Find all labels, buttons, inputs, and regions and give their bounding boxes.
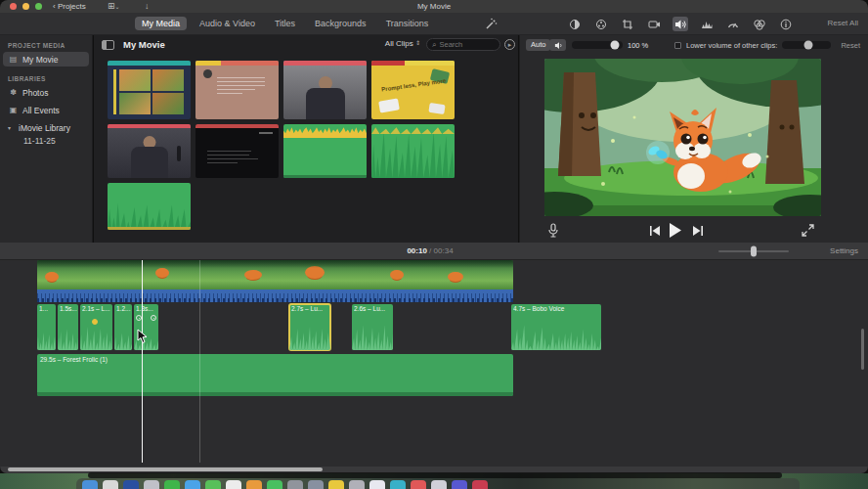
photos-icon: ✽	[9, 88, 18, 97]
search-input[interactable]	[439, 40, 495, 49]
toolbar-band: My Media Audio & Video Titles Background…	[0, 13, 868, 35]
dock-icon[interactable]	[390, 480, 406, 489]
download-icon[interactable]: ↓	[145, 1, 150, 12]
reset-all-button[interactable]: Reset All	[827, 19, 858, 27]
dock-icon[interactable]	[123, 480, 139, 489]
minimize-window-button[interactable]	[22, 3, 29, 10]
color-correction-icon[interactable]	[593, 17, 609, 31]
audio-clip[interactable]: 2.1s – L...	[80, 304, 112, 350]
media-thumbnail-promo-graphic[interactable]: Prompt less, Play more	[371, 61, 455, 119]
volume-slider[interactable]	[572, 41, 623, 49]
timeline-horizontal-scrollbar[interactable]	[8, 467, 323, 471]
dock-icon[interactable]	[144, 480, 159, 489]
dock-icon[interactable]	[349, 480, 365, 489]
stabilization-icon[interactable]	[646, 17, 662, 31]
sidebar-item-all-events[interactable]: ▣ All Events	[3, 103, 89, 117]
events-icon: ▣	[9, 106, 18, 114]
clip-filter-dropdown[interactable]: All Clips ⇕	[385, 39, 420, 48]
media-thumbnail-terminal-recording[interactable]	[195, 124, 279, 178]
dock-icon[interactable]	[287, 480, 303, 489]
media-thumbnail-audio-clip-2[interactable]	[371, 124, 455, 178]
sidebar-item-imovie-library[interactable]: ▾ iMovie Library	[3, 120, 89, 135]
speed-icon[interactable]	[725, 17, 741, 31]
clip-information-icon[interactable]	[778, 17, 794, 31]
sidebar-item-my-movie[interactable]: ▤ My Movie	[3, 52, 89, 67]
dock-icon[interactable]	[472, 480, 488, 489]
tab-audio-video[interactable]: Audio & Video	[193, 17, 262, 30]
media-thumbnail-notes-screen[interactable]	[195, 61, 279, 119]
dock-icon[interactable]	[328, 480, 344, 489]
dock-icon[interactable]	[205, 480, 221, 489]
volume-slider-knob[interactable]	[611, 41, 620, 50]
noise-equalizer-icon[interactable]	[699, 17, 715, 31]
timeline-zoom-knob[interactable]	[751, 246, 757, 257]
video-clip-filmstrip[interactable]	[37, 260, 513, 289]
media-thumbnail-presenter-1[interactable]	[283, 61, 367, 119]
sidebar-toggle-icon[interactable]	[102, 40, 114, 50]
lower-volume-checkbox[interactable]	[674, 42, 681, 49]
auto-volume-button[interactable]: Auto	[526, 39, 550, 51]
circled-play-icon[interactable]: ▸	[504, 39, 515, 50]
tab-backgrounds[interactable]: Backgrounds	[308, 17, 373, 30]
record-voiceover-icon[interactable]	[547, 223, 559, 238]
close-window-button[interactable]	[10, 3, 17, 10]
clip-filter-icon[interactable]	[752, 17, 767, 31]
dock-icon[interactable]	[431, 480, 447, 489]
timeline-zoom-slider[interactable]	[718, 250, 789, 252]
audio-clip[interactable]: 1.5s...	[58, 304, 78, 350]
volume-icon[interactable]	[673, 17, 688, 31]
lower-volume-label: Lower volume of other clips:	[686, 41, 777, 50]
timeline: 1... 1.5s... 2.1s – L... 1.2... 1.3s... …	[0, 260, 868, 467]
play-button[interactable]	[669, 223, 682, 238]
dock-icon[interactable]	[246, 480, 262, 489]
video-audio-waveform[interactable]	[37, 289, 513, 302]
media-thumbnail-screen-recording-1[interactable]	[108, 61, 191, 119]
fullscreen-icon[interactable]	[802, 224, 814, 237]
dock-icon[interactable]	[267, 480, 282, 489]
zoom-window-button[interactable]	[35, 3, 42, 10]
project-media-header: PROJECT MEDIA	[8, 42, 92, 49]
tab-titles[interactable]: Titles	[268, 17, 302, 30]
next-frame-button[interactable]	[692, 226, 704, 236]
sidebar-item-photos[interactable]: ✽ Photos	[3, 85, 89, 100]
mute-button[interactable]	[549, 39, 566, 51]
tab-transitions[interactable]: Transitions	[379, 17, 436, 30]
audio-clip-selected[interactable]: 2.7s – Lu...	[289, 304, 330, 350]
dock	[76, 478, 800, 489]
reset-volume-button[interactable]: Reset	[841, 41, 860, 50]
media-tabs: My Media Audio & Video Titles Background…	[135, 17, 435, 30]
dock-icon[interactable]	[226, 480, 241, 489]
dock-icon[interactable]	[369, 480, 385, 489]
dock-icon[interactable]	[411, 480, 426, 489]
audio-clip[interactable]: 1.2...	[114, 304, 132, 350]
enhance-wand-icon[interactable]	[485, 18, 498, 30]
sidebar-item-event-date[interactable]: 11-11-25	[23, 135, 92, 148]
audio-clip-bobo-voice[interactable]: 4.7s – Bobo Voice	[511, 304, 601, 350]
background-music-clip[interactable]: 29.5s – Forest Frolic (1)	[37, 354, 513, 396]
playhead[interactable]	[142, 260, 143, 463]
lower-volume-knob[interactable]	[804, 41, 813, 50]
media-thumbnail-audio-clip-3[interactable]	[108, 183, 191, 230]
color-balance-icon[interactable]	[567, 17, 583, 31]
dock-icon[interactable]	[82, 480, 98, 489]
dock-icon[interactable]	[103, 480, 118, 489]
dock-icon[interactable]	[452, 480, 467, 489]
dock-icon[interactable]	[308, 480, 324, 489]
dock-icon[interactable]	[185, 480, 200, 489]
lower-volume-slider[interactable]	[782, 41, 831, 49]
sidebar-item-label: iMovie Library	[19, 123, 70, 133]
audio-clip[interactable]: 1...	[37, 304, 56, 350]
crop-icon[interactable]	[620, 17, 635, 31]
previous-frame-button[interactable]	[649, 226, 661, 236]
dock-icon[interactable]	[164, 480, 180, 489]
timeline-guide-line	[199, 260, 200, 463]
media-thumbnail-presenter-2[interactable]	[108, 124, 191, 178]
back-to-projects-button[interactable]: ‹ Projects	[53, 2, 86, 11]
timeline-vertical-scrollbar[interactable]	[861, 329, 864, 370]
timeline-settings-button[interactable]: Settings	[830, 246, 858, 255]
audio-clip[interactable]: 2.6s – Lu...	[352, 304, 393, 350]
search-field[interactable]: ⌕	[426, 38, 500, 51]
tab-my-media[interactable]: My Media	[135, 17, 187, 30]
import-media-icon[interactable]: ⊞⌄	[108, 1, 120, 13]
media-thumbnail-audio-clip-1[interactable]	[283, 124, 367, 178]
